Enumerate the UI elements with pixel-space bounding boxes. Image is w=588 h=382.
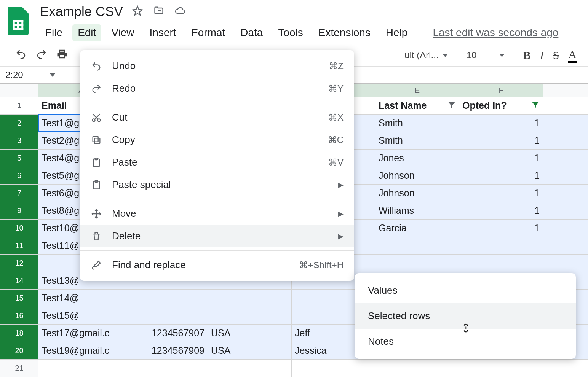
menu-item-undo[interactable]: Undo⌘Z bbox=[80, 55, 354, 77]
col-header-E[interactable]: E bbox=[375, 84, 459, 97]
move-folder-icon[interactable] bbox=[153, 5, 164, 18]
row-header[interactable]: 11 bbox=[0, 237, 38, 255]
filter-icon[interactable] bbox=[447, 100, 456, 111]
cell[interactable]: 1234567909 bbox=[124, 342, 208, 360]
cell[interactable]: 1 bbox=[459, 185, 543, 202]
cell[interactable]: Garcia bbox=[375, 220, 459, 237]
cell[interactable]: USA bbox=[208, 325, 292, 342]
cell[interactable] bbox=[124, 307, 208, 325]
cell[interactable]: Test15@ bbox=[38, 307, 124, 325]
col-header-F[interactable]: F bbox=[459, 84, 543, 97]
table-row[interactable]: 21 bbox=[0, 360, 588, 377]
row-header[interactable]: 7 bbox=[0, 185, 38, 202]
row-header[interactable]: 1 bbox=[0, 97, 38, 115]
bold-button[interactable]: B bbox=[523, 49, 531, 62]
cell[interactable] bbox=[543, 255, 588, 272]
cell[interactable] bbox=[459, 255, 543, 272]
cell[interactable] bbox=[208, 290, 292, 307]
cell[interactable]: 1 bbox=[459, 115, 543, 132]
cell[interactable]: Jones bbox=[375, 150, 459, 167]
cell[interactable]: Test17@gmail.c bbox=[38, 325, 124, 342]
header: Example CSV File Edit View Insert Format… bbox=[0, 0, 588, 41]
cell[interactable] bbox=[375, 237, 459, 255]
cell[interactable] bbox=[124, 290, 208, 307]
cell[interactable] bbox=[543, 202, 588, 220]
menu-help[interactable]: Help bbox=[380, 24, 413, 41]
menu-tools[interactable]: Tools bbox=[273, 24, 308, 41]
select-all-corner[interactable] bbox=[0, 84, 38, 97]
menu-item-move[interactable]: Move▶ bbox=[80, 202, 354, 225]
cell[interactable] bbox=[543, 185, 588, 202]
filter-icon[interactable] bbox=[531, 100, 540, 111]
redo-icon[interactable] bbox=[36, 48, 47, 62]
cell[interactable] bbox=[543, 150, 588, 167]
undo-icon[interactable] bbox=[15, 48, 27, 62]
font-size-select[interactable]: 10 bbox=[467, 50, 505, 60]
cell[interactable] bbox=[459, 237, 543, 255]
menu-data[interactable]: Data bbox=[235, 24, 268, 41]
menu-item-paste-special[interactable]: Paste special▶ bbox=[80, 173, 354, 196]
font-family-select[interactable]: ult (Ari... bbox=[404, 50, 447, 60]
menu-item-find-and-replace[interactable]: Find and replace⌘+Shift+H bbox=[80, 254, 354, 276]
text-color-button[interactable]: A bbox=[568, 48, 577, 62]
menu-extensions[interactable]: Extensions bbox=[313, 24, 376, 41]
col-header-G[interactable] bbox=[543, 84, 588, 97]
cell[interactable]: 1234567907 bbox=[124, 325, 208, 342]
row-header[interactable]: 2 bbox=[0, 115, 38, 132]
star-icon[interactable] bbox=[132, 5, 143, 18]
menu-file[interactable]: File bbox=[40, 24, 68, 41]
cell[interactable]: 1 bbox=[459, 132, 543, 150]
print-icon[interactable] bbox=[56, 48, 68, 62]
row-header[interactable]: 10 bbox=[0, 220, 38, 237]
cell[interactable] bbox=[375, 255, 459, 272]
menu-item-delete[interactable]: Delete▶ bbox=[80, 225, 354, 247]
cell[interactable] bbox=[208, 307, 292, 325]
row-header[interactable]: 14 bbox=[0, 272, 38, 290]
cell[interactable] bbox=[543, 237, 588, 255]
last-edit-link[interactable]: Last edit was seconds ago bbox=[433, 27, 558, 39]
cell[interactable]: 1 bbox=[459, 220, 543, 237]
cell[interactable] bbox=[543, 220, 588, 237]
cell[interactable] bbox=[543, 167, 588, 185]
cell[interactable]: 1 bbox=[459, 167, 543, 185]
menu-insert[interactable]: Insert bbox=[144, 24, 182, 41]
menu-view[interactable]: View bbox=[106, 24, 139, 41]
cell[interactable]: USA bbox=[208, 342, 292, 360]
document-title[interactable]: Example CSV bbox=[40, 4, 123, 19]
row-header[interactable]: 12 bbox=[0, 255, 38, 272]
row-header[interactable]: 9 bbox=[0, 202, 38, 220]
cell[interactable] bbox=[543, 132, 588, 150]
row-header[interactable]: 5 bbox=[0, 150, 38, 167]
cloud-status-icon[interactable] bbox=[175, 5, 185, 18]
row-header[interactable]: 3 bbox=[0, 132, 38, 150]
row-header[interactable]: 6 bbox=[0, 167, 38, 185]
cell[interactable]: Smith bbox=[375, 132, 459, 150]
cell[interactable]: Test19@gmail.c bbox=[38, 342, 124, 360]
cell[interactable]: 1 bbox=[459, 150, 543, 167]
menu-item-paste[interactable]: Paste⌘V bbox=[80, 151, 354, 173]
cell[interactable]: Johnson bbox=[375, 167, 459, 185]
cell[interactable]: Smith bbox=[375, 115, 459, 132]
menu-edit[interactable]: Edit bbox=[72, 24, 101, 41]
cell[interactable]: Johnson bbox=[375, 185, 459, 202]
menu-item-redo[interactable]: Redo⌘Y bbox=[80, 77, 354, 100]
row-header[interactable]: 20 bbox=[0, 342, 38, 360]
cell[interactable]: Opted In? bbox=[459, 97, 543, 115]
row-header[interactable]: 16 bbox=[0, 307, 38, 325]
menu-item-copy[interactable]: Copy⌘C bbox=[80, 129, 354, 151]
row-header[interactable]: 21 bbox=[0, 360, 38, 377]
cell[interactable]: Test14@ bbox=[38, 290, 124, 307]
cell[interactable]: Williams bbox=[375, 202, 459, 220]
chevron-down-icon bbox=[499, 54, 505, 57]
submenu-item-values[interactable]: Values bbox=[355, 278, 576, 303]
row-header[interactable]: 18 bbox=[0, 325, 38, 342]
italic-button[interactable]: I bbox=[540, 49, 544, 62]
cell[interactable] bbox=[543, 115, 588, 132]
row-header[interactable]: 15 bbox=[0, 290, 38, 307]
strike-button[interactable]: S bbox=[553, 49, 559, 62]
name-box[interactable]: 2:20 bbox=[0, 67, 61, 83]
menu-format[interactable]: Format bbox=[186, 24, 231, 41]
menu-item-cut[interactable]: Cut⌘X bbox=[80, 106, 354, 129]
cell[interactable]: 1 bbox=[459, 202, 543, 220]
cell[interactable]: Last Name bbox=[375, 97, 459, 115]
